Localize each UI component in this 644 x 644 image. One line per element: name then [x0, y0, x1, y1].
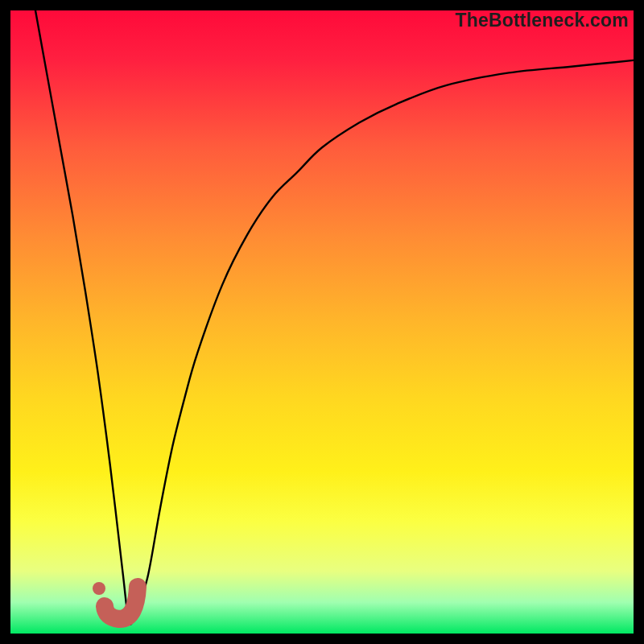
- j-marker-dot: [93, 582, 105, 595]
- chart-frame: TheBottleneck.com: [10, 10, 634, 634]
- bottleneck-curve: [35, 10, 634, 625]
- j-marker-hook: [105, 587, 138, 619]
- chart-plot: [10, 10, 634, 634]
